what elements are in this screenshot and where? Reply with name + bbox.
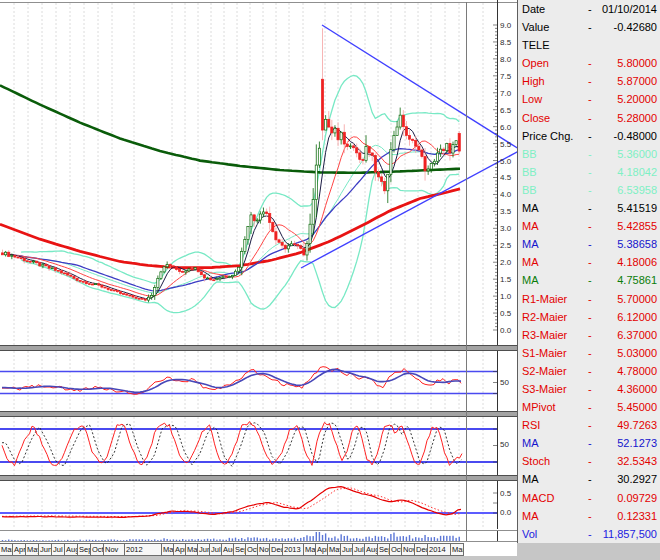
panel-row: MA-4.75861	[518, 271, 660, 289]
price-axis-label: 3.0	[500, 224, 516, 233]
panel-row-value: 4.18006	[617, 253, 657, 271]
panel-row: S2-Maier-4.78000	[518, 362, 660, 380]
price-axis-label: 4.0	[500, 190, 516, 199]
volume-bar	[325, 533, 326, 541]
stochastic-panel[interactable]	[0, 417, 517, 475]
panel-row-dash: -	[588, 253, 592, 271]
panel-row-label: Open	[522, 54, 549, 72]
price-axis-label: 8.0	[500, 55, 516, 64]
panel-row-value: 5.41519	[617, 199, 657, 217]
data-panel: Date-01/10/2014Value--0.42680TELEOpen-5.…	[517, 0, 660, 543]
panel-row-dash: -	[588, 271, 592, 289]
panel-row-value: 5.45000	[617, 398, 657, 416]
panel-row-label: MA	[522, 253, 539, 271]
panel-row: MA-5.42855	[518, 217, 660, 235]
panel-row-label: BB	[522, 181, 537, 199]
panel-row-value: 49.7263	[617, 416, 657, 434]
panel-row-value: 5.87000	[617, 72, 657, 90]
time-axis-label: Jun	[38, 543, 52, 556]
panel-row-dash: -	[588, 290, 592, 308]
panel-row: TELE	[518, 36, 660, 54]
panel-row: Price Chg.--0.48000	[518, 127, 660, 145]
panel-row: MPivot-5.45000	[518, 398, 660, 416]
panel-row-label: MA	[522, 217, 539, 235]
panel-row-dash: -	[588, 72, 592, 90]
panel-row-dash: -	[588, 109, 592, 127]
panel-row-value: 5.42855	[617, 217, 657, 235]
panel-row-dash: -	[588, 470, 592, 488]
crosshair-cursor-line	[466, 2, 467, 541]
panel-row: R3-Maier-6.37000	[518, 326, 660, 344]
panel-row-label: Price Chg.	[522, 127, 573, 145]
volume-strip[interactable]	[0, 531, 517, 541]
price-axis-label: 7.5	[500, 72, 516, 81]
panel-row: MACD-0.09729	[518, 489, 660, 507]
rsi-panel[interactable]	[0, 351, 517, 411]
panel-row: MA-5.38658	[518, 235, 660, 253]
panel-row: MA-0.12331	[518, 507, 660, 525]
panel-row-dash: -	[588, 199, 592, 217]
panel-row: High-5.87000	[518, 72, 660, 90]
panel-row-dash: -	[588, 398, 592, 416]
time-axis-label: May	[25, 543, 39, 556]
panel-row-label: R1-Maier	[522, 290, 567, 308]
stoch-axis-label: 50	[500, 440, 516, 449]
time-axis-label: Nov	[103, 543, 125, 556]
price-axis-label: 5.5	[500, 140, 516, 149]
volume-bar	[316, 532, 317, 541]
panel-row-value: 5.28000	[617, 109, 657, 127]
volume-bar	[340, 534, 341, 541]
panel-row: BB-5.36000	[518, 145, 660, 163]
panel-row-value: 4.75861	[617, 271, 657, 289]
panel-row-label: Date	[522, 0, 545, 18]
panel-row-dash: -	[588, 90, 592, 108]
panel-row: MA-30.2927	[518, 470, 660, 488]
panel-row-label: MACD	[522, 489, 554, 507]
panel-row-dash: -	[588, 489, 592, 507]
rsi-axis-label: 50	[500, 378, 516, 387]
panel-row-value: 30.2927	[617, 470, 657, 488]
panel-row-label: MA	[522, 199, 539, 217]
panel-row-value: 32.5343	[617, 452, 657, 470]
panel-row: RSI-49.7263	[518, 416, 660, 434]
price-axis-label: 0.0	[500, 326, 516, 335]
panel-row-dash: -	[588, 127, 592, 145]
panel-row: Vol-11,857,500	[518, 525, 660, 543]
price-axis-label: 8.5	[500, 38, 516, 47]
panel-row-label: MA	[522, 507, 539, 525]
panel-row-value: -0.42680	[614, 18, 657, 36]
panel-row-label: Value	[522, 18, 549, 36]
panel-row-dash: -	[588, 18, 592, 36]
rsi-ma-line	[2, 369, 461, 392]
panel-row-label: S2-Maier	[522, 362, 567, 380]
panel-row-label: MA	[522, 271, 539, 289]
panel-row-label: S1-Maier	[522, 344, 567, 362]
panel-row: R1-Maier-5.70000	[518, 290, 660, 308]
price-axis-label: 6.5	[500, 106, 516, 115]
bollinger-lower	[21, 172, 459, 312]
time-axis-label: Jul	[51, 543, 65, 556]
main-price-chart[interactable]	[0, 0, 517, 345]
panel-row-value: -0.48000	[614, 127, 657, 145]
volume-bar	[393, 533, 394, 541]
panel-row: Date-01/10/2014	[518, 0, 660, 18]
time-axis-label: Apr	[12, 543, 26, 556]
volume-bar	[319, 532, 320, 541]
panel-row: MA-52.1273	[518, 434, 660, 452]
panel-row-value: 4.78000	[617, 362, 657, 380]
panel-row-dash: -	[588, 308, 592, 326]
panel-row-value: 5.20000	[617, 90, 657, 108]
chart-window: MarAprMayJunJulAugSepOctNov2012MarAprMay…	[0, 0, 517, 556]
macd-panel[interactable]	[0, 481, 517, 529]
panel-row-label: BB	[522, 163, 537, 181]
panel-row-dash: -	[588, 181, 592, 199]
volume-bar	[390, 534, 391, 541]
price-axis-label: 6.0	[500, 123, 516, 132]
panel-row-label: Vol	[522, 525, 537, 543]
panel-row-value: 4.36000	[617, 380, 657, 398]
time-axis-label: 2013	[282, 543, 304, 556]
panel-row: S1-Maier-5.03000	[518, 344, 660, 362]
panel-row-dash: -	[588, 362, 592, 380]
panel-row-label: MPivot	[522, 398, 556, 416]
time-axis-label: Aug	[64, 543, 78, 556]
